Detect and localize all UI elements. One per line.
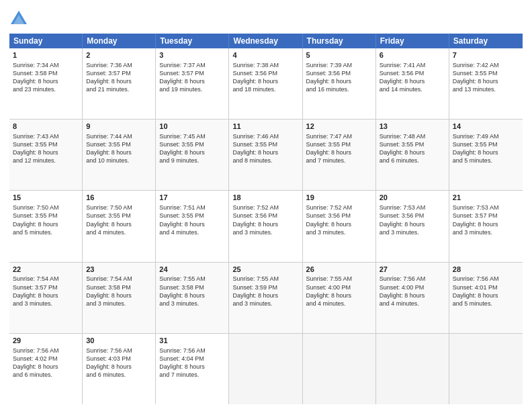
calendar-cell: 29Sunrise: 7:56 AMSunset: 4:02 PMDayligh…	[9, 334, 83, 404]
day-info: Sunset: 3:58 PM	[159, 283, 225, 291]
day-info: Sunset: 3:55 PM	[232, 140, 298, 148]
day-info: and 3 minutes.	[86, 300, 152, 308]
day-number: 30	[86, 336, 152, 346]
day-info: Sunrise: 7:52 AM	[232, 203, 298, 212]
day-info: Sunrise: 7:38 AM	[232, 61, 298, 69]
day-number: 10	[159, 122, 225, 132]
day-info: Daylight: 8 hours	[306, 220, 372, 228]
day-info: Sunrise: 7:55 AM	[159, 275, 225, 283]
day-info: Daylight: 8 hours	[306, 77, 372, 85]
calendar-cell: 12Sunrise: 7:47 AMSunset: 3:55 PMDayligh…	[303, 120, 376, 190]
day-info: Sunrise: 7:53 AM	[380, 203, 445, 212]
day-info: Sunset: 3:57 PM	[13, 283, 79, 291]
calendar-header: SundayMondayTuesdayWednesdayThursdayFrid…	[9, 34, 523, 48]
day-info: and 6 minutes.	[86, 371, 152, 379]
day-info: Sunset: 3:57 PM	[159, 69, 225, 77]
day-number: 17	[159, 193, 225, 203]
calendar-cell: 30Sunrise: 7:56 AMSunset: 4:03 PMDayligh…	[83, 334, 156, 404]
day-info: Sunset: 3:57 PM	[453, 212, 519, 220]
day-info: Sunrise: 7:50 AM	[86, 203, 152, 212]
day-info: Sunrise: 7:56 AM	[453, 275, 519, 283]
day-info: Sunset: 4:00 PM	[380, 283, 445, 291]
day-info: Sunset: 3:55 PM	[86, 212, 152, 220]
logo-icon	[9, 9, 28, 28]
day-info: Sunrise: 7:49 AM	[453, 132, 519, 140]
day-info: Sunset: 3:56 PM	[306, 69, 372, 77]
day-info: Daylight: 8 hours	[380, 148, 445, 156]
day-info: Daylight: 8 hours	[380, 220, 445, 228]
day-info: Sunrise: 7:46 AM	[232, 132, 298, 140]
day-info: Sunrise: 7:54 AM	[13, 275, 79, 283]
day-info: Daylight: 8 hours	[380, 291, 445, 300]
day-info: Daylight: 8 hours	[306, 148, 372, 156]
day-info: Sunrise: 7:43 AM	[13, 132, 79, 140]
day-number: 5	[306, 50, 372, 60]
day-info: and 6 minutes.	[13, 371, 79, 379]
day-info: and 4 minutes.	[306, 300, 372, 308]
day-number: 7	[453, 50, 519, 60]
calendar-cell: 17Sunrise: 7:51 AMSunset: 3:55 PMDayligh…	[156, 191, 229, 261]
calendar-row: 22Sunrise: 7:54 AMSunset: 3:57 PMDayligh…	[9, 263, 523, 334]
day-info: Sunset: 4:02 PM	[13, 355, 79, 363]
day-info: Sunrise: 7:48 AM	[380, 132, 445, 140]
weekday-header: Wednesday	[229, 34, 302, 48]
day-info: and 19 minutes.	[159, 85, 225, 93]
day-info: Sunrise: 7:56 AM	[380, 275, 445, 283]
day-info: and 23 minutes.	[13, 85, 79, 93]
day-info: Sunset: 3:55 PM	[159, 140, 225, 148]
day-info: Sunrise: 7:53 AM	[453, 203, 519, 212]
calendar-cell: 18Sunrise: 7:52 AMSunset: 3:56 PMDayligh…	[229, 191, 302, 261]
calendar-cell: 31Sunrise: 7:56 AMSunset: 4:04 PMDayligh…	[156, 334, 229, 404]
day-info: and 6 minutes.	[380, 156, 445, 165]
day-info: Sunset: 4:04 PM	[159, 355, 225, 363]
logo	[9, 9, 31, 28]
day-info: Daylight: 8 hours	[159, 363, 225, 371]
calendar-cell: 8Sunrise: 7:43 AMSunset: 3:55 PMDaylight…	[9, 120, 83, 190]
calendar-cell: 1Sunrise: 7:34 AMSunset: 3:58 PMDaylight…	[9, 48, 83, 119]
day-number: 8	[13, 122, 79, 132]
calendar-row: 8Sunrise: 7:43 AMSunset: 3:55 PMDaylight…	[9, 120, 523, 191]
day-number: 27	[380, 265, 445, 275]
calendar-row: 29Sunrise: 7:56 AMSunset: 4:02 PMDayligh…	[9, 334, 523, 404]
calendar-row: 15Sunrise: 7:50 AMSunset: 3:55 PMDayligh…	[9, 191, 523, 262]
day-info: Daylight: 8 hours	[13, 291, 79, 300]
day-info: Sunrise: 7:50 AM	[13, 203, 79, 212]
day-info: Sunrise: 7:41 AM	[380, 61, 445, 69]
day-number: 2	[86, 50, 152, 60]
day-info: Sunrise: 7:56 AM	[159, 347, 225, 355]
day-number: 14	[453, 122, 519, 132]
calendar-cell: 10Sunrise: 7:45 AMSunset: 3:55 PMDayligh…	[156, 120, 229, 190]
day-info: Sunset: 3:55 PM	[159, 212, 225, 220]
day-info: Sunset: 3:55 PM	[13, 140, 79, 148]
day-info: and 7 minutes.	[306, 156, 372, 165]
weekday-header: Sunday	[9, 34, 83, 48]
day-info: and 5 minutes.	[453, 156, 519, 165]
weekday-header: Tuesday	[156, 34, 229, 48]
day-info: Daylight: 8 hours	[453, 291, 519, 300]
calendar-cell: 2Sunrise: 7:36 AMSunset: 3:57 PMDaylight…	[83, 48, 156, 119]
day-number: 22	[13, 265, 79, 275]
day-number: 1	[13, 50, 79, 60]
day-info: Sunrise: 7:45 AM	[159, 132, 225, 140]
calendar-cell: 14Sunrise: 7:49 AMSunset: 3:55 PMDayligh…	[449, 120, 523, 190]
calendar-cell: 23Sunrise: 7:54 AMSunset: 3:58 PMDayligh…	[83, 263, 156, 333]
day-info: Sunrise: 7:36 AM	[86, 61, 152, 69]
day-info: Daylight: 8 hours	[306, 291, 372, 300]
day-number: 24	[159, 265, 225, 275]
day-info: and 14 minutes.	[380, 85, 445, 93]
day-info: Daylight: 8 hours	[380, 77, 445, 85]
day-info: Sunrise: 7:52 AM	[306, 203, 372, 212]
day-number: 16	[86, 193, 152, 203]
calendar-cell: 25Sunrise: 7:55 AMSunset: 3:59 PMDayligh…	[229, 263, 302, 333]
day-info: Sunrise: 7:44 AM	[86, 132, 152, 140]
day-info: Daylight: 8 hours	[232, 148, 298, 156]
day-info: Daylight: 8 hours	[232, 77, 298, 85]
day-info: and 3 minutes.	[380, 228, 445, 236]
calendar-cell: 16Sunrise: 7:50 AMSunset: 3:55 PMDayligh…	[83, 191, 156, 261]
day-number: 4	[232, 50, 298, 60]
day-info: Sunset: 3:55 PM	[453, 69, 519, 77]
day-info: and 9 minutes.	[159, 156, 225, 165]
day-info: and 3 minutes.	[232, 300, 298, 308]
day-number: 21	[453, 193, 519, 203]
calendar-cell: 5Sunrise: 7:39 AMSunset: 3:56 PMDaylight…	[303, 48, 376, 119]
